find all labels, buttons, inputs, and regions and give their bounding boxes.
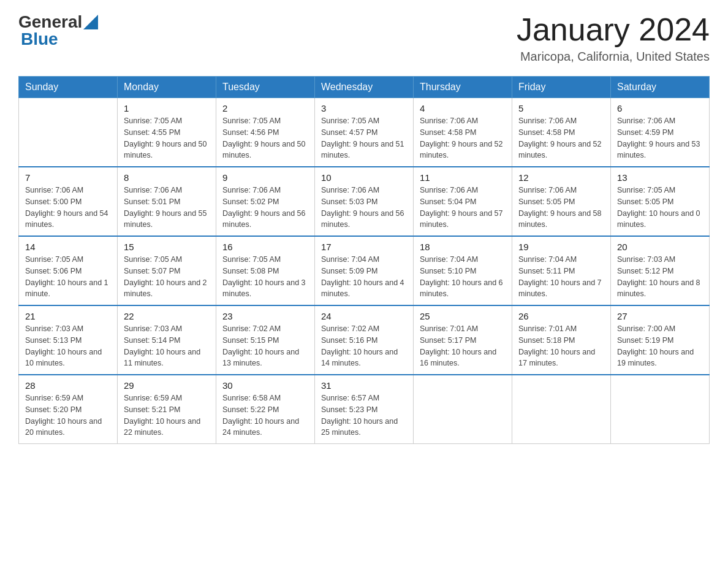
day-info: Sunrise: 7:06 AMSunset: 5:02 PMDaylight:… — [222, 185, 308, 231]
day-number: 6 — [617, 103, 703, 113]
calendar-table: Sunday Monday Tuesday Wednesday Thursday… — [18, 76, 710, 444]
calendar-cell-1-5: 4Sunrise: 7:06 AMSunset: 4:58 PMDaylight… — [414, 98, 512, 167]
page-header: General Blue January 2024 Maricopa, Cali… — [18, 12, 710, 64]
logo: General Blue — [18, 12, 98, 49]
day-info: Sunrise: 6:59 AMSunset: 5:21 PMDaylight:… — [124, 393, 210, 439]
calendar-week-row-1: 1Sunrise: 7:05 AMSunset: 4:55 PMDaylight… — [19, 98, 710, 167]
day-info: Sunrise: 7:01 AMSunset: 5:18 PMDaylight:… — [518, 323, 604, 369]
col-wednesday: Wednesday — [315, 77, 414, 98]
day-number: 19 — [518, 242, 604, 252]
day-number: 31 — [321, 380, 407, 391]
calendar-cell-4-5: 25Sunrise: 7:01 AMSunset: 5:17 PMDayligh… — [414, 305, 512, 375]
day-info: Sunrise: 7:01 AMSunset: 5:17 PMDaylight:… — [420, 323, 506, 369]
calendar-cell-2-7: 13Sunrise: 7:05 AMSunset: 5:05 PMDayligh… — [611, 167, 710, 236]
day-info: Sunrise: 7:06 AMSunset: 4:58 PMDaylight:… — [420, 115, 506, 161]
day-info: Sunrise: 7:05 AMSunset: 5:05 PMDaylight:… — [617, 185, 703, 231]
day-number: 28 — [25, 380, 111, 391]
col-thursday: Thursday — [414, 77, 512, 98]
day-info: Sunrise: 6:59 AMSunset: 5:20 PMDaylight:… — [25, 393, 111, 439]
calendar-cell-1-2: 1Sunrise: 7:05 AMSunset: 4:55 PMDaylight… — [118, 98, 216, 167]
calendar-cell-3-2: 15Sunrise: 7:05 AMSunset: 5:07 PMDayligh… — [118, 236, 216, 305]
day-info: Sunrise: 7:05 AMSunset: 4:56 PMDaylight:… — [222, 115, 308, 161]
title-area: January 2024 Maricopa, California, Unite… — [517, 12, 710, 64]
day-info: Sunrise: 7:06 AMSunset: 5:01 PMDaylight:… — [124, 185, 210, 231]
calendar-cell-4-2: 22Sunrise: 7:03 AMSunset: 5:14 PMDayligh… — [118, 305, 216, 375]
day-number: 8 — [124, 172, 210, 183]
col-tuesday: Tuesday — [216, 77, 315, 98]
calendar-cell-5-7 — [611, 375, 710, 444]
day-info: Sunrise: 7:00 AMSunset: 5:19 PMDaylight:… — [617, 323, 703, 369]
day-number: 13 — [617, 172, 703, 183]
calendar-cell-5-3: 30Sunrise: 6:58 AMSunset: 5:22 PMDayligh… — [216, 375, 315, 444]
day-number: 5 — [518, 103, 604, 113]
col-sunday: Sunday — [19, 77, 118, 98]
logo-triangle-icon — [83, 15, 98, 29]
day-number: 25 — [420, 311, 506, 321]
day-info: Sunrise: 7:05 AMSunset: 4:57 PMDaylight:… — [321, 115, 407, 161]
calendar-week-row-3: 14Sunrise: 7:05 AMSunset: 5:06 PMDayligh… — [19, 236, 710, 305]
calendar-cell-2-3: 9Sunrise: 7:06 AMSunset: 5:02 PMDaylight… — [216, 167, 315, 236]
day-info: Sunrise: 7:04 AMSunset: 5:10 PMDaylight:… — [420, 254, 506, 300]
calendar-cell-4-6: 26Sunrise: 7:01 AMSunset: 5:18 PMDayligh… — [512, 305, 611, 375]
day-info: Sunrise: 7:04 AMSunset: 5:11 PMDaylight:… — [518, 254, 604, 300]
calendar-cell-3-5: 18Sunrise: 7:04 AMSunset: 5:10 PMDayligh… — [414, 236, 512, 305]
day-number: 21 — [25, 311, 111, 321]
day-info: Sunrise: 6:58 AMSunset: 5:22 PMDaylight:… — [222, 393, 308, 439]
calendar-week-row-4: 21Sunrise: 7:03 AMSunset: 5:13 PMDayligh… — [19, 305, 710, 375]
calendar-week-row-5: 28Sunrise: 6:59 AMSunset: 5:20 PMDayligh… — [19, 375, 710, 444]
day-number: 10 — [321, 172, 407, 183]
day-number: 11 — [420, 172, 506, 183]
calendar-cell-5-4: 31Sunrise: 6:57 AMSunset: 5:23 PMDayligh… — [315, 375, 414, 444]
logo-blue-text: Blue — [21, 29, 58, 49]
col-saturday: Saturday — [611, 77, 710, 98]
day-info: Sunrise: 7:06 AMSunset: 5:04 PMDaylight:… — [420, 185, 506, 231]
calendar-cell-1-4: 3Sunrise: 7:05 AMSunset: 4:57 PMDaylight… — [315, 98, 414, 167]
day-number: 16 — [222, 242, 308, 252]
day-number: 2 — [222, 103, 308, 113]
calendar-subtitle: Maricopa, California, United States — [517, 50, 710, 64]
day-info: Sunrise: 7:03 AMSunset: 5:13 PMDaylight:… — [25, 323, 111, 369]
day-number: 1 — [124, 103, 210, 113]
day-number: 3 — [321, 103, 407, 113]
day-number: 29 — [124, 380, 210, 391]
day-number: 18 — [420, 242, 506, 252]
day-number: 22 — [124, 311, 210, 321]
day-number: 26 — [518, 311, 604, 321]
day-number: 12 — [518, 172, 604, 183]
calendar-cell-5-2: 29Sunrise: 6:59 AMSunset: 5:21 PMDayligh… — [118, 375, 216, 444]
calendar-cell-4-4: 24Sunrise: 7:02 AMSunset: 5:16 PMDayligh… — [315, 305, 414, 375]
day-info: Sunrise: 7:06 AMSunset: 5:03 PMDaylight:… — [321, 185, 407, 231]
day-info: Sunrise: 7:05 AMSunset: 5:06 PMDaylight:… — [25, 254, 111, 300]
calendar-cell-2-1: 7Sunrise: 7:06 AMSunset: 5:00 PMDaylight… — [19, 167, 118, 236]
calendar-cell-3-4: 17Sunrise: 7:04 AMSunset: 5:09 PMDayligh… — [315, 236, 414, 305]
calendar-cell-2-2: 8Sunrise: 7:06 AMSunset: 5:01 PMDaylight… — [118, 167, 216, 236]
calendar-week-row-2: 7Sunrise: 7:06 AMSunset: 5:00 PMDaylight… — [19, 167, 710, 236]
calendar-cell-1-1 — [19, 98, 118, 167]
calendar-cell-3-3: 16Sunrise: 7:05 AMSunset: 5:08 PMDayligh… — [216, 236, 315, 305]
calendar-cell-5-5 — [414, 375, 512, 444]
calendar-cell-3-1: 14Sunrise: 7:05 AMSunset: 5:06 PMDayligh… — [19, 236, 118, 305]
day-info: Sunrise: 7:06 AMSunset: 5:05 PMDaylight:… — [518, 185, 604, 231]
day-info: Sunrise: 7:05 AMSunset: 5:08 PMDaylight:… — [222, 254, 308, 300]
day-number: 7 — [25, 172, 111, 183]
calendar-cell-1-7: 6Sunrise: 7:06 AMSunset: 4:59 PMDaylight… — [611, 98, 710, 167]
calendar-cell-4-7: 27Sunrise: 7:00 AMSunset: 5:19 PMDayligh… — [611, 305, 710, 375]
day-number: 9 — [222, 172, 308, 183]
day-number: 27 — [617, 311, 703, 321]
calendar-cell-2-4: 10Sunrise: 7:06 AMSunset: 5:03 PMDayligh… — [315, 167, 414, 236]
day-number: 4 — [420, 103, 506, 113]
day-number: 17 — [321, 242, 407, 252]
calendar-cell-3-6: 19Sunrise: 7:04 AMSunset: 5:11 PMDayligh… — [512, 236, 611, 305]
calendar-title: January 2024 — [517, 12, 710, 47]
day-number: 23 — [222, 311, 308, 321]
calendar-cell-3-7: 20Sunrise: 7:03 AMSunset: 5:12 PMDayligh… — [611, 236, 710, 305]
day-info: Sunrise: 7:06 AMSunset: 4:58 PMDaylight:… — [518, 115, 604, 161]
day-number: 30 — [222, 380, 308, 391]
day-info: Sunrise: 7:05 AMSunset: 5:07 PMDaylight:… — [124, 254, 210, 300]
day-info: Sunrise: 7:06 AMSunset: 4:59 PMDaylight:… — [617, 115, 703, 161]
calendar-cell-1-3: 2Sunrise: 7:05 AMSunset: 4:56 PMDaylight… — [216, 98, 315, 167]
day-info: Sunrise: 7:02 AMSunset: 5:15 PMDaylight:… — [222, 323, 308, 369]
calendar-cell-4-1: 21Sunrise: 7:03 AMSunset: 5:13 PMDayligh… — [19, 305, 118, 375]
day-number: 15 — [124, 242, 210, 252]
day-info: Sunrise: 7:06 AMSunset: 5:00 PMDaylight:… — [25, 185, 111, 231]
